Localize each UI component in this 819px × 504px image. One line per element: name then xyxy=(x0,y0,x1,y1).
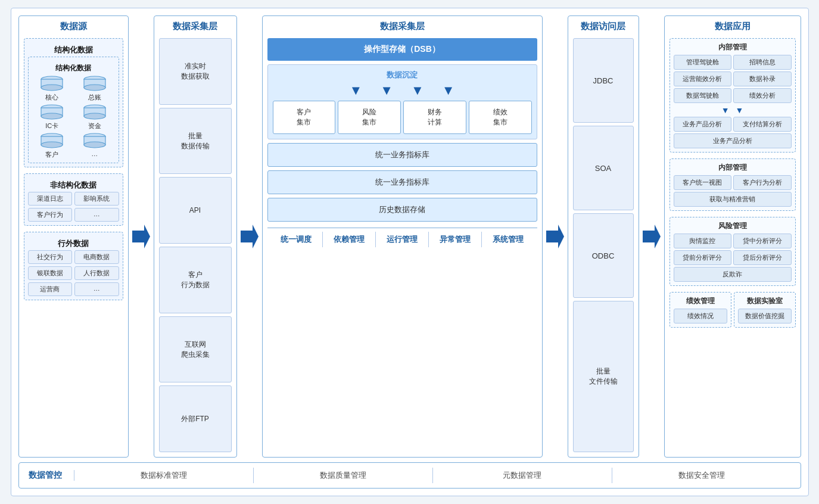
big-arrow-2-icon xyxy=(241,225,259,248)
app-inner-title-2: 内部管理 xyxy=(674,163,792,173)
tag-operator: 运营商 xyxy=(28,282,73,296)
arrow-2 xyxy=(241,15,259,458)
index-library-1: 统一业务指标库 xyxy=(267,143,537,167)
collection-item-1: 准实时数据获取 xyxy=(159,38,232,105)
col-data-center: 数据采集层 操作型存储（DSB） 数据沉淀 ▼ ▼ ▼ ▼ 客户集市 风险集市 … xyxy=(262,15,543,458)
external-tags: 社交行为 电商数据 银联数据 人行数据 运营商 … xyxy=(28,250,119,296)
down-arrow-4: ▼ xyxy=(442,83,455,98)
db-label-ic: IC卡 xyxy=(45,122,58,130)
big-arrow-3-icon xyxy=(546,225,564,248)
svg-point-11 xyxy=(84,113,105,119)
gov-standard: 数据标准管理 xyxy=(74,468,254,483)
arrow-3 xyxy=(546,15,564,458)
unstructured-data-box: 非结构化数据 渠道日志 影响系统 客户行为 … xyxy=(24,173,123,226)
unstructured-tags: 渠道日志 影响系统 客户行为 … xyxy=(28,192,119,222)
sink-area: 数据沉淀 ▼ ▼ ▼ ▼ 客户集市 风险集市 财务计算 绩效集市 xyxy=(267,64,537,139)
market-jixiao: 绩效集市 xyxy=(469,101,532,134)
svg-point-2 xyxy=(41,85,63,91)
svg-point-14 xyxy=(41,142,63,148)
structured-title: 结构化数据 xyxy=(28,45,119,55)
data-center-title: 数据采集层 xyxy=(267,21,537,32)
app-perf-mgmt: 绩效管理 绩效情况 xyxy=(669,292,731,328)
tag-peoples: 人行数据 xyxy=(74,266,119,280)
app-lab-title: 数据实验室 xyxy=(738,296,792,306)
app-title: 数据应用 xyxy=(669,21,796,32)
col-datasource: 数据源 结构化数据 结构化数据 核心 xyxy=(18,15,129,458)
exception-item: 异常管理 xyxy=(429,232,482,247)
tag-customer-view: 客户统一视图 xyxy=(674,175,732,190)
tag-more2: … xyxy=(74,208,119,222)
db-item-zijin: 资金 xyxy=(74,104,115,130)
schedule-item: 统一调度 xyxy=(270,232,323,247)
run-item: 运行管理 xyxy=(376,232,429,247)
col-app: 数据应用 内部管理 管理驾驶舱 招聘信息 运营能效分析 数据补录 数据驾驶舱 绩… xyxy=(664,15,801,458)
app-bottom-sections: 绩效管理 绩效情况 数据实验室 数据价值挖掘 xyxy=(669,292,796,330)
external-data-box: 行外数据 社交行为 电商数据 银联数据 人行数据 运营商 … xyxy=(24,232,123,300)
collection-item-5: 互联网爬虫采集 xyxy=(159,316,232,383)
app-tags-4: 舆情监控 贷中分析评分 贷前分析评分 贷后分析评分 反欺诈 xyxy=(674,234,792,282)
arrow-4 xyxy=(643,15,661,458)
app-tags-2: 业务产品分析 支付结算分析 xyxy=(674,117,792,132)
structured-inner-box: 结构化数据 核心 xyxy=(28,57,119,163)
data-center-bottom-bar: 统一调度 依赖管理 运行管理 异常管理 系统管理 xyxy=(267,228,537,251)
market-fengxian: 风险集市 xyxy=(338,101,401,134)
tag-data-mining: 数据价值挖掘 xyxy=(738,309,792,323)
big-arrow-4-icon xyxy=(643,225,661,248)
db-cylinder-ic xyxy=(39,104,65,121)
db-cylinder-more xyxy=(82,133,108,150)
down-arrow-2: ▼ xyxy=(380,83,393,98)
svg-marker-21 xyxy=(643,225,661,248)
datasource-title: 数据源 xyxy=(24,21,123,32)
tag-perf-status: 绩效情况 xyxy=(674,309,727,323)
access-jdbc: JDBC xyxy=(573,38,634,123)
arrow-down-biz: ▼ xyxy=(721,105,730,115)
access-batch: 批量文件传输 xyxy=(573,301,634,452)
tag-data-supplement: 数据补录 xyxy=(733,71,792,86)
access-odbc: ODBC xyxy=(573,213,634,298)
db-label-zijin: 资金 xyxy=(88,122,101,130)
db-item-zhangzhang: 总账 xyxy=(74,76,115,102)
tag-social: 社交行为 xyxy=(28,250,73,264)
db-cylinder-zijin xyxy=(82,104,108,121)
tag-kehu-xingwei: 客户行为 xyxy=(28,208,73,222)
tag-ops-analysis: 运营能效分析 xyxy=(674,71,732,86)
svg-marker-18 xyxy=(132,225,150,248)
db-label-zhangzhang: 总账 xyxy=(88,93,101,102)
app-risk-title: 风险管理 xyxy=(674,221,792,231)
collection-item-2: 批量数据传输 xyxy=(159,108,232,175)
tag-loan-mid: 贷中分析评分 xyxy=(733,234,792,248)
svg-marker-19 xyxy=(241,225,259,248)
tag-ecom: 电商数据 xyxy=(74,250,119,264)
sink-arrows: ▼ ▼ ▼ ▼ xyxy=(349,83,454,98)
gov-metadata: 元数据管理 xyxy=(433,468,612,483)
app-data-lab: 数据实验室 数据价值挖掘 xyxy=(734,292,796,328)
app-tags-3: 客户统一视图 客户行为分析 xyxy=(674,175,792,190)
collection-item-6: 外部FTP xyxy=(159,385,232,452)
db-label-xinjin: 核心 xyxy=(45,93,58,102)
history-storage: 历史数据存储 xyxy=(267,198,537,222)
collection-left-title: 数据采集层 xyxy=(159,21,232,32)
gov-security: 数据安全管理 xyxy=(612,468,791,483)
depend-item: 依赖管理 xyxy=(323,232,376,247)
tag-pay-settle: 支付结算分析 xyxy=(733,117,792,132)
tag-antifraud: 反欺诈 xyxy=(674,267,792,282)
tag-perf-analysis: 绩效分析 xyxy=(733,88,792,103)
db-cylinder-kehu xyxy=(39,133,65,150)
tag-bankcard: 银联数据 xyxy=(28,266,73,280)
db-item-xinjin: 核心 xyxy=(32,76,73,102)
svg-point-8 xyxy=(41,113,63,119)
tag-mgmt-dashboard: 管理驾驶舱 xyxy=(674,55,732,70)
arrow-1 xyxy=(132,15,150,458)
governance-bar: 数据管控 数据标准管理 数据质量管理 元数据管理 数据安全管理 xyxy=(18,462,801,489)
main-container: 数据源 结构化数据 结构化数据 核心 xyxy=(11,8,809,496)
index-library-2: 统一业务指标库 xyxy=(267,170,537,194)
structured-data-box: 结构化数据 结构化数据 核心 xyxy=(24,38,123,167)
app-inner-mgmt-1: 内部管理 管理驾驶舱 招聘信息 运营能效分析 数据补录 数据驾驶舱 绩效分析 ▼… xyxy=(669,38,796,153)
tag-qudao: 渠道日志 xyxy=(28,192,73,206)
tag-biz-product: 业务产品分析 xyxy=(674,117,732,132)
tag-more3: … xyxy=(74,282,119,296)
arrow-row-1: ▼ ▼ xyxy=(674,105,792,115)
down-arrow-3: ▼ xyxy=(411,83,424,98)
market-grid: 客户集市 风险集市 财务计算 绩效集市 xyxy=(273,101,532,134)
app-inner-title-1: 内部管理 xyxy=(674,42,792,52)
